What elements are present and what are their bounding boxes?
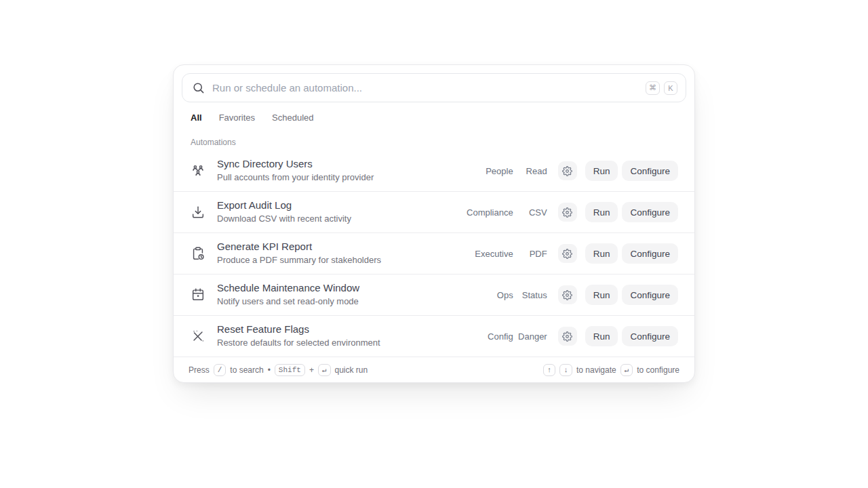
automation-row[interactable]: Export Audit Log Download CSV with recen…	[174, 192, 694, 233]
run-button[interactable]: Run	[585, 161, 618, 181]
configure-button[interactable]: Configure	[622, 285, 678, 305]
configure-button[interactable]: Configure	[622, 202, 678, 222]
automation-row[interactable]: Sync Directory Users Pull accounts from …	[174, 150, 694, 192]
users-icon	[190, 163, 206, 179]
run-button[interactable]: Run	[585, 285, 618, 305]
k-key-badge: K	[664, 81, 677, 95]
automation-meta: People Read Run Configure	[452, 161, 678, 181]
automation-title: Schedule Maintenance Window	[217, 282, 452, 295]
tab-favorites[interactable]: Favorites	[219, 113, 255, 123]
category-tag: People	[452, 166, 513, 176]
footer-text: +	[309, 365, 314, 375]
magic-wand-icon	[190, 328, 206, 344]
footer-hints: Press / to search • Shift + ↵ quick run …	[174, 357, 694, 382]
automation-title: Reset Feature Flags	[217, 323, 452, 336]
run-button[interactable]: Run	[585, 202, 618, 222]
automation-row[interactable]: Schedule Maintenance Window Notify users…	[174, 274, 694, 316]
automation-meta: Executive PDF Run Configure	[452, 243, 678, 264]
shift-key-badge: Shift	[275, 364, 305, 376]
enter-key-badge: ↵	[620, 364, 633, 376]
footer-right: ↑ ↓ to navigate ↵ to configure	[543, 364, 679, 376]
gear-icon	[562, 207, 572, 218]
search-input[interactable]	[212, 82, 638, 94]
gear-icon	[562, 249, 572, 259]
footer-text: quick run	[335, 365, 368, 375]
filter-tabs: All Favorites Scheduled	[174, 102, 694, 123]
gear-icon	[562, 166, 572, 176]
automation-meta: Config Danger Run Configure	[452, 326, 678, 346]
automation-meta: Compliance CSV Run Configure	[452, 202, 678, 222]
settings-button[interactable]	[558, 327, 577, 346]
type-tag: Status	[513, 290, 547, 300]
automation-row[interactable]: Reset Feature Flags Restore defaults for…	[174, 316, 694, 357]
settings-button[interactable]	[558, 203, 577, 222]
enter-key-badge: ↵	[318, 364, 331, 376]
gear-icon	[562, 331, 572, 342]
download-icon	[190, 204, 206, 220]
search-shortcut: ⌘ K	[646, 81, 677, 95]
arrow-up-key-badge: ↑	[543, 364, 556, 376]
footer-text: to navigate	[576, 365, 616, 375]
automation-row[interactable]: Generate KPI Report Produce a PDF summar…	[174, 233, 694, 274]
tab-scheduled[interactable]: Scheduled	[272, 113, 313, 123]
configure-button[interactable]: Configure	[622, 326, 678, 346]
automation-subtitle: Download CSV with recent activity	[217, 214, 452, 225]
type-tag: PDF	[513, 249, 547, 259]
footer-text: to configure	[637, 365, 679, 375]
settings-button[interactable]	[558, 285, 577, 304]
search-section: ⌘ K	[174, 65, 694, 102]
automation-subtitle: Restore defaults for selected environmen…	[217, 338, 452, 349]
automation-title: Generate KPI Report	[217, 241, 452, 253]
automation-meta: Ops Status Run Configure	[452, 285, 678, 305]
configure-button[interactable]: Configure	[622, 243, 678, 264]
run-button[interactable]: Run	[585, 243, 618, 264]
settings-button[interactable]	[558, 161, 577, 180]
calendar-icon	[190, 287, 206, 303]
search-icon	[192, 81, 205, 94]
category-tag: Config	[452, 331, 513, 342]
type-tag: CSV	[513, 207, 547, 218]
configure-button[interactable]: Configure	[622, 161, 678, 181]
type-tag: Danger	[513, 331, 547, 342]
category-tag: Executive	[452, 249, 513, 259]
search-box[interactable]: ⌘ K	[182, 73, 686, 102]
automation-subtitle: Pull accounts from your identity provide…	[217, 172, 452, 184]
clipboard-clock-icon	[190, 245, 206, 262]
footer-bullet: •	[268, 365, 271, 375]
automation-title: Export Audit Log	[217, 199, 452, 212]
footer-text: to search	[230, 365, 263, 375]
run-button[interactable]: Run	[585, 326, 618, 346]
tab-all[interactable]: All	[191, 113, 202, 123]
category-tag: Compliance	[452, 207, 513, 218]
automation-list: Sync Directory Users Pull accounts from …	[174, 150, 694, 357]
category-tag: Ops	[452, 290, 513, 300]
arrow-down-key-badge: ↓	[559, 364, 572, 376]
section-label: Automations	[174, 123, 694, 150]
automation-subtitle: Notify users and set read-only mode	[217, 296, 452, 308]
type-tag: Read	[513, 166, 547, 176]
gear-icon	[562, 290, 572, 300]
footer-left: Press / to search • Shift + ↵ quick run	[189, 364, 368, 376]
automation-command-palette: ⌘ K All Favorites Scheduled Automations …	[173, 64, 695, 383]
footer-text: Press	[189, 365, 210, 375]
settings-button[interactable]	[558, 244, 577, 263]
cmd-key-badge: ⌘	[646, 81, 660, 95]
automation-subtitle: Produce a PDF summary for stakeholders	[217, 255, 452, 266]
automation-title: Sync Directory Users	[217, 158, 452, 171]
slash-key-badge: /	[214, 364, 226, 376]
